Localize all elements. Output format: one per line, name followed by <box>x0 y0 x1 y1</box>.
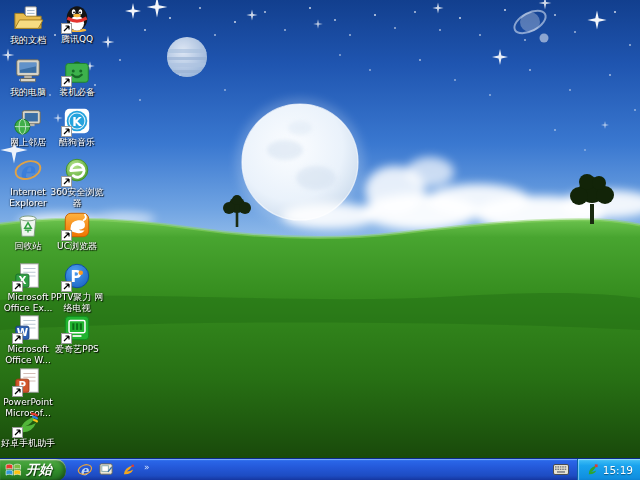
shortcut-arrow-icon <box>61 230 72 241</box>
powerpoint-icon: P <box>13 366 43 396</box>
quick-launch-show-desktop[interactable] <box>98 461 115 478</box>
desktop-icon-label: 爱奇艺PPS <box>55 344 99 355</box>
svg-text:P: P <box>71 268 82 286</box>
desktop-icon-bundled-software[interactable]: 装机必备 <box>49 56 105 98</box>
desktop-icon-ms-office-excel[interactable]: X Microsoft Office Ex... <box>0 261 56 313</box>
desktop-icon-label: Internet Explorer <box>0 187 56 208</box>
shortcut-arrow-icon <box>61 333 72 344</box>
shortcut-arrow-icon <box>12 427 23 438</box>
haozhuo-assistant-icon <box>13 407 43 437</box>
desktop-icon-internet-explorer[interactable]: e Internet Explorer <box>0 156 56 208</box>
my-computer-icon <box>13 56 43 86</box>
internet-explorer-icon: e <box>13 156 43 186</box>
language-bar-button[interactable] <box>549 461 573 479</box>
shortcut-arrow-icon <box>12 333 23 344</box>
desktop-icon-360-safe-browser[interactable]: 360安全浏览器 <box>49 156 105 208</box>
uc-browser-icon <box>62 210 92 240</box>
desktop-icon-haozhuo-assistant[interactable]: 好卓手机助手 <box>0 407 56 449</box>
desktop-icon-network-places[interactable]: 网上邻居 <box>0 106 56 148</box>
kugou-icon: K <box>62 106 92 136</box>
desktop-icon-label: UC浏览器 <box>57 241 97 252</box>
desktop-icon-pptv[interactable]: P PPTV聚力 网络电视 <box>49 261 105 313</box>
excel-icon: X <box>13 261 43 291</box>
recycle-bin-icon <box>13 210 43 240</box>
desktop-screen: 我的文档 腾讯QQ <box>0 0 640 480</box>
start-label: 开始 <box>26 461 52 479</box>
desktop-icon-my-computer[interactable]: 我的电脑 <box>0 56 56 98</box>
desktop-icon-label: 腾讯QQ <box>61 34 93 45</box>
windows-logo-icon <box>5 462 22 477</box>
svg-text:K: K <box>72 115 82 129</box>
ie-icon: e <box>77 462 93 478</box>
desktop-icon-iqiyi-pps[interactable]: 爱奇艺PPS <box>49 313 105 355</box>
swoosh-app-icon <box>121 462 136 477</box>
desktop-icon-label: 酷狗音乐 <box>59 137 95 148</box>
desktop-icon-tencent-qq[interactable]: 腾讯QQ <box>49 3 105 45</box>
word-icon: W <box>13 313 43 343</box>
desktop-icon-my-documents[interactable]: 我的文档 <box>0 4 56 46</box>
shortcut-arrow-icon <box>61 76 72 87</box>
desktop-icon-recycle-bin[interactable]: 回收站 <box>0 210 56 252</box>
pptv-icon: P <box>62 261 92 291</box>
start-button[interactable]: 开始 <box>0 459 66 480</box>
shortcut-arrow-icon <box>61 176 72 187</box>
show-desktop-icon <box>99 462 114 477</box>
desktop-icon-label: 网上邻居 <box>10 137 46 148</box>
shortcut-arrow-icon <box>61 126 72 137</box>
desktop-icon-label: 360安全浏览器 <box>49 187 105 208</box>
keyboard-icon <box>553 464 569 475</box>
taskbar: 开始 e <box>0 458 640 480</box>
tray-app-icon[interactable] <box>586 463 599 476</box>
desktop-icon-kugou-music[interactable]: K 酷狗音乐 <box>49 106 105 148</box>
desktop-icon-label: Microsoft Office Ex... <box>0 292 56 313</box>
system-tray: 15:19 <box>577 459 640 480</box>
desktop-icon-label: 好卓手机助手 <box>1 438 55 449</box>
network-places-icon <box>13 106 43 136</box>
shortcut-arrow-icon <box>12 386 23 397</box>
quick-launch-bar: e » <box>76 461 150 478</box>
quick-launch-internet-explorer[interactable]: e <box>76 461 93 478</box>
shortcut-arrow-icon <box>61 23 72 34</box>
desktop-icon-label: 我的文档 <box>10 35 46 46</box>
iqiyi-pps-icon <box>62 313 92 343</box>
desktop-icon-ms-office-word[interactable]: W Microsoft Office W... <box>0 313 56 365</box>
desktop-icon-uc-browser[interactable]: UC浏览器 <box>49 210 105 252</box>
desktop-icon-label: 回收站 <box>15 241 42 252</box>
shortcut-arrow-icon <box>61 281 72 292</box>
shortcut-arrow-icon <box>12 281 23 292</box>
desktop-icon-label: PPTV聚力 网络电视 <box>49 292 105 313</box>
desktop-icon-label: Microsoft Office W... <box>0 344 56 365</box>
quick-launch-media-app[interactable] <box>120 461 137 478</box>
quick-launch-overflow-chevron[interactable]: » <box>144 463 150 472</box>
my-documents-icon <box>13 4 43 34</box>
taskbar-clock[interactable]: 15:19 <box>603 464 633 476</box>
desktop-icon-label: 装机必备 <box>59 87 95 98</box>
qq-penguin-icon <box>62 3 92 33</box>
desktop-icon-label: 我的电脑 <box>10 87 46 98</box>
360-browser-icon <box>62 156 92 186</box>
software-bag-icon <box>62 56 92 86</box>
